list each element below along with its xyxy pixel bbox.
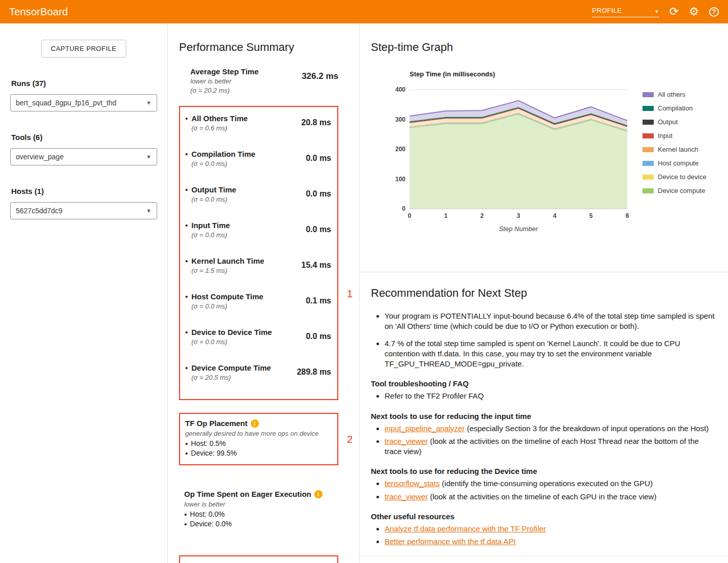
eager-device: Device: 0.0% bbox=[190, 519, 231, 529]
hosts-select[interactable]: 5627c5dd7dc9 ▼ bbox=[10, 202, 157, 219]
legend-item: All others bbox=[643, 91, 706, 98]
chart-legend: All othersCompilationOutputInputKernel l… bbox=[643, 91, 706, 235]
metric-row: • Device Compute Time (σ = 20.5 ms) 289.… bbox=[185, 363, 331, 382]
device-tools-heading: Next tools to use for reducing the Devic… bbox=[371, 467, 716, 475]
performance-summary-panel: Performance Summary Average Step Time lo… bbox=[168, 23, 360, 563]
bullet: • bbox=[185, 150, 188, 168]
chevron-down-icon: ▼ bbox=[146, 100, 152, 106]
bullet: • bbox=[185, 448, 188, 458]
metric-value: 0.0 ms bbox=[302, 189, 331, 204]
link-tfdata-api[interactable]: Better performance with the tf.data API bbox=[385, 537, 516, 546]
metric-label: Average Step Time bbox=[190, 67, 258, 76]
metric-sigma: (σ = 0.0 ms) bbox=[191, 302, 263, 311]
metric-label: Compilation Time bbox=[191, 150, 255, 159]
legend-swatch bbox=[643, 106, 654, 111]
link-input-pipeline-analyzer[interactable]: input_pipeline_analyzer bbox=[385, 424, 465, 433]
svg-text:100: 100 bbox=[395, 176, 405, 183]
legend-label: Device compute bbox=[658, 187, 705, 194]
bullet: • bbox=[185, 328, 188, 346]
chevron-down-icon: ▼ bbox=[146, 208, 152, 214]
legend-label: Compilation bbox=[658, 104, 693, 112]
legend-item: Output bbox=[643, 118, 706, 126]
svg-text:0: 0 bbox=[408, 212, 412, 219]
legend-swatch bbox=[643, 188, 654, 193]
recommendation-title: Recommendation for Next Step bbox=[371, 287, 716, 300]
info-icon[interactable]: i bbox=[251, 419, 259, 428]
link-tensorflow-stats[interactable]: tensorflow_stats bbox=[385, 479, 440, 488]
metric-label: Input Time bbox=[191, 221, 230, 230]
list-item: Analyze tf.data performance with the TF … bbox=[385, 524, 716, 534]
link-tfdata-performance[interactable]: Analyze tf.data performance with the TF … bbox=[385, 524, 546, 533]
dashboard-selector[interactable]: PROFILE ▼ bbox=[592, 7, 659, 17]
eager-title: Op Time Spent on Eager Execution bbox=[184, 490, 311, 499]
right-column: Step-time Graph Step Time (in millisecon… bbox=[360, 23, 728, 563]
chevron-down-icon: ▼ bbox=[655, 9, 659, 14]
svg-text:4: 4 bbox=[553, 212, 557, 219]
step-time-graph-title: Step-time Graph bbox=[371, 41, 716, 54]
list-item-text: (identify the time-consuming operations … bbox=[440, 479, 653, 488]
legend-swatch bbox=[643, 147, 654, 152]
list-item: input_pipeline_analyzer (especially Sect… bbox=[385, 424, 716, 434]
list-item: • Host: 0.5% bbox=[185, 439, 331, 448]
header: TensorBoard PROFILE ▼ ⟳ ⚙ ? bbox=[0, 0, 728, 23]
legend-swatch bbox=[643, 175, 654, 180]
metric-value: 20.8 ms bbox=[297, 118, 331, 132]
gear-icon[interactable]: ⚙ bbox=[689, 6, 699, 17]
main-content: CAPTURE PROFILE Runs (37) bert_squad_8gp… bbox=[0, 23, 728, 563]
list-item-text: (especially Section 3 for the breakdown … bbox=[465, 424, 709, 433]
metric-label: Host Compute Time bbox=[191, 292, 263, 301]
sidebar: CAPTURE PROFILE Runs (37) bert_squad_8gp… bbox=[0, 23, 168, 563]
metric-sigma: (σ = 0.0 ms) bbox=[191, 231, 230, 239]
link-trace-viewer[interactable]: trace_viewer bbox=[385, 437, 428, 445]
metric-label: Kernel Launch Time bbox=[191, 257, 264, 266]
dashboard-selector-value: PROFILE bbox=[592, 7, 622, 14]
faq-heading: Tool troubleshooting / FAQ bbox=[371, 379, 716, 388]
runs-select[interactable]: bert_squad_8gpu_fp16_pvt_thd ▼ bbox=[10, 94, 157, 111]
eager-host: Host: 0.0% bbox=[190, 510, 224, 519]
svg-text:Step Number: Step Number bbox=[499, 225, 538, 233]
bullet: • bbox=[185, 185, 188, 204]
legend-item: Input bbox=[643, 132, 706, 139]
metric-value: 0.1 ms bbox=[302, 296, 331, 311]
svg-text:300: 300 bbox=[395, 116, 405, 123]
link-trace-viewer[interactable]: trace_viewer bbox=[385, 492, 428, 501]
metric-label: All Others Time bbox=[191, 114, 248, 123]
list-item: • Device: 99.5% bbox=[185, 448, 331, 458]
list-item-text: (look at the activities on the timeline … bbox=[428, 492, 656, 501]
metric-value: 0.0 ms bbox=[302, 332, 331, 346]
refresh-icon[interactable]: ⟳ bbox=[669, 6, 679, 17]
metric-label: Device Compute Time bbox=[191, 363, 271, 373]
chart-area: Step Time (in milliseconds)0100200300400… bbox=[386, 67, 716, 235]
resources-heading: Other useful resources bbox=[371, 512, 716, 521]
help-icon[interactable]: ? bbox=[709, 7, 719, 17]
capture-profile-button[interactable]: CAPTURE PROFILE bbox=[41, 40, 126, 58]
svg-text:Step Time (in milliseconds): Step Time (in milliseconds) bbox=[410, 70, 495, 78]
tf-op-placement-title: TF Op Placement bbox=[185, 419, 248, 428]
bullet: • bbox=[185, 257, 188, 275]
hosts-label: Hosts (1) bbox=[11, 187, 157, 195]
metric-row: • Device to Device Time (σ = 0.0 ms) 0.0… bbox=[185, 328, 331, 346]
metric-value: 15.4 ms bbox=[297, 261, 331, 275]
runs-select-value: bert_squad_8gpu_fp16_pvt_thd bbox=[16, 99, 117, 107]
legend-label: Host compute bbox=[658, 159, 698, 167]
bullet: • bbox=[185, 221, 188, 239]
legend-item: Compilation bbox=[643, 104, 706, 112]
svg-text:1: 1 bbox=[444, 212, 448, 219]
chevron-down-icon: ▼ bbox=[146, 154, 152, 160]
legend-label: All others bbox=[658, 91, 685, 98]
annotated-metrics-box: • All Others Time (σ = 0.6 ms) 20.8 ms •… bbox=[179, 106, 338, 400]
recommendation-panel: Recommendation for Next Step Your progra… bbox=[360, 272, 728, 556]
svg-text:3: 3 bbox=[517, 212, 520, 219]
recommendation-bullet: Your program is POTENTIALLY input-bound … bbox=[385, 311, 716, 332]
metric-value: 0.0 ms bbox=[302, 154, 331, 168]
tf-op-placement-device: Device: 99.5% bbox=[191, 448, 237, 458]
tools-select[interactable]: overview_page ▼ bbox=[10, 148, 157, 165]
metric-sigma: (σ = 1.5 ms) bbox=[191, 267, 264, 275]
list-item: trace_viewer (look at the activities on … bbox=[385, 436, 716, 457]
list-item: • Host: 0.0% bbox=[184, 510, 332, 519]
runs-label: Runs (37) bbox=[11, 79, 157, 88]
svg-text:6: 6 bbox=[626, 212, 629, 219]
info-icon[interactable]: i bbox=[314, 490, 323, 498]
app-title: TensorBoard bbox=[9, 6, 68, 18]
metric-label: Output Time bbox=[191, 185, 236, 194]
